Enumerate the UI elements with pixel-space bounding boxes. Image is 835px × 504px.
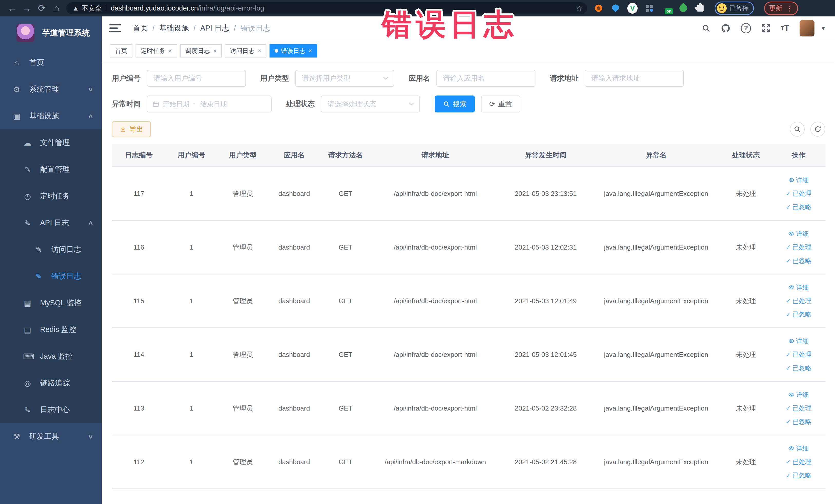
action-detail-link[interactable]: 详细	[774, 173, 823, 187]
user-id-input[interactable]	[147, 70, 246, 87]
action-processed-link[interactable]: ✓已处理	[774, 401, 823, 415]
action-ignore-link[interactable]: ✓已忽略	[774, 200, 823, 214]
bookmark-star-icon[interactable]: ☆	[576, 4, 583, 13]
check-icon: ✓	[786, 365, 791, 371]
user-type-select[interactable]: 请选择用户类型	[295, 70, 394, 87]
col-exception-name: 异常名	[592, 144, 720, 167]
github-icon[interactable]	[721, 23, 731, 33]
action-ignore-link[interactable]: ✓已忽略	[774, 468, 823, 482]
cell-app-name: dashboard	[268, 328, 320, 382]
action-ignore-link[interactable]: ✓已忽略	[774, 308, 823, 321]
browser-update-button[interactable]: 更新 ⋮	[764, 2, 798, 15]
tag-label: 访问日志	[230, 47, 254, 55]
cell-log-id: 113	[112, 382, 166, 435]
tag-访问日志[interactable]: 访问日志×	[225, 44, 266, 58]
col-actions: 操作	[772, 144, 826, 167]
extension-on-badge: on	[665, 8, 673, 14]
check-icon: ✓	[786, 418, 791, 425]
user-avatar[interactable]	[799, 20, 814, 37]
refresh-table-button[interactable]	[810, 122, 825, 137]
sidebar-item-基础设施[interactable]: ▣基础设施∧	[0, 103, 102, 129]
action-processed-link[interactable]: ✓已处理	[774, 348, 823, 361]
cell-process-status: 未处理	[720, 382, 772, 435]
toggle-search-button[interactable]	[790, 122, 805, 137]
export-button[interactable]: 导出	[112, 121, 151, 137]
request-url-input[interactable]	[585, 70, 684, 87]
browser-menu-kebab-icon[interactable]: ⋮	[786, 4, 793, 13]
action-detail-link[interactable]: 详细	[774, 281, 823, 294]
action-processed-link[interactable]: ✓已处理	[774, 240, 823, 254]
sidebar-item-配置管理[interactable]: ✎配置管理	[0, 156, 102, 183]
header-search-icon[interactable]	[702, 24, 711, 33]
extension-leaf-icon[interactable]	[678, 3, 688, 13]
extension-shield-icon[interactable]	[610, 3, 621, 13]
table-row: 1161管理员dashboardGET/api/infra/db-doc/exp…	[112, 221, 826, 274]
hamburger-icon[interactable]	[109, 23, 121, 33]
sidebar-item-日志中心[interactable]: ✎日志中心	[0, 397, 102, 423]
tag-close-icon[interactable]: ×	[258, 47, 261, 55]
reset-button[interactable]: ⟳ 重置	[481, 96, 520, 113]
avatar-caret-down-icon[interactable]: ▼	[820, 25, 826, 32]
browser-home-icon[interactable]: ⌂	[49, 2, 64, 14]
sidebar-item-label: 文件管理	[40, 138, 70, 148]
sidebar-item-文件管理[interactable]: ☁文件管理	[0, 129, 102, 156]
cell-process-status: 未处理	[720, 435, 772, 489]
action-detail-link[interactable]: 详细	[774, 334, 823, 348]
sidebar-item-Java 监控[interactable]: ⌨Java 监控	[0, 343, 102, 370]
extension-grid-icon[interactable]	[644, 3, 655, 13]
action-processed-link[interactable]: ✓已处理	[774, 187, 823, 200]
action-processed-link[interactable]: ✓已处理	[774, 455, 823, 468]
tag-错误日志[interactable]: 错误日志×	[269, 44, 317, 58]
extensions-puzzle-icon[interactable]	[695, 3, 705, 13]
cell-exception-time: 2021-05-03 12:01:49	[500, 274, 592, 328]
browser-profile-chip[interactable]: 已暂停	[715, 2, 754, 15]
action-detail-link[interactable]: 详细	[774, 227, 823, 240]
sidebar-item-首页[interactable]: ⌂首页	[0, 49, 102, 76]
sidebar-item-定时任务[interactable]: ◷定时任务	[0, 183, 102, 209]
tag-close-icon[interactable]: ×	[308, 47, 312, 55]
extension-orange-icon[interactable]	[593, 3, 604, 13]
sidebar-item-系统管理[interactable]: ⚙系统管理∨	[0, 76, 102, 103]
action-processed-link[interactable]: ✓已处理	[774, 294, 823, 308]
cell-log-id: 114	[112, 328, 166, 382]
url-domain: dashboard.yudao.iocoder.cn	[111, 4, 198, 12]
browser-forward-icon[interactable]: →	[20, 2, 34, 14]
font-size-icon[interactable]: TT	[781, 23, 789, 33]
action-ignore-link[interactable]: ✓已忽略	[774, 254, 823, 267]
cell-log-id: 117	[112, 167, 166, 221]
sidebar-item-链路追踪[interactable]: ◎链路追踪	[0, 370, 102, 397]
cell-user-id: 1	[166, 328, 217, 382]
extension-switch-icon[interactable]: on	[661, 3, 672, 13]
action-ignore-link[interactable]: ✓已忽略	[774, 415, 823, 428]
help-question-icon[interactable]: ?	[741, 23, 751, 33]
sidebar-item-API 日志[interactable]: ✎API 日志∧	[0, 209, 102, 236]
breadcrumb-home[interactable]: 首页	[133, 23, 148, 33]
exception-time-range-picker[interactable]: 开始日期 ~ 结束日期	[147, 96, 271, 113]
sidebar-item-Redis 监控[interactable]: ▤Redis 监控	[0, 316, 102, 343]
tag-定时任务[interactable]: 定时任务×	[136, 44, 177, 58]
cell-exception-name: java.lang.IllegalArgumentException	[592, 328, 720, 382]
action-ignore-link[interactable]: ✓已忽略	[774, 361, 823, 375]
search-button[interactable]: 搜索	[435, 96, 475, 113]
tag-首页[interactable]: 首页	[110, 44, 133, 58]
sidebar-item-访问日志[interactable]: ✎访问日志	[0, 236, 102, 263]
browser-back-icon[interactable]: ←	[5, 2, 20, 14]
browser-reload-icon[interactable]: ⟳	[34, 2, 49, 14]
sidebar-logo-row[interactable]: 芋道管理系统	[0, 16, 102, 49]
process-status-select[interactable]: 请选择处理状态	[321, 96, 420, 113]
sidebar-item-MySQL 监控[interactable]: ▦MySQL 监控	[0, 289, 102, 316]
tag-close-icon[interactable]: ×	[168, 47, 172, 55]
fullscreen-icon[interactable]	[761, 24, 771, 33]
address-bar[interactable]: ▲ 不安全 dashboard.yudao.iocoder.cn /infra/…	[66, 2, 587, 14]
cell-actions: 详细✓已处理✓已忽略	[772, 435, 826, 489]
cell-request-method: GET	[320, 167, 371, 221]
sidebar-item-研发工具[interactable]: ⚒研发工具∨	[0, 423, 102, 450]
extension-vue-devtools-icon[interactable]: V	[627, 3, 638, 13]
sidebar-item-错误日志[interactable]: ✎错误日志	[0, 263, 102, 289]
app-name-input[interactable]	[436, 70, 535, 87]
dev-tools-icon: ⚒	[12, 432, 21, 441]
tag-调度日志[interactable]: 调度日志×	[180, 44, 222, 58]
action-detail-link[interactable]: 详细	[774, 388, 823, 401]
tag-close-icon[interactable]: ×	[213, 47, 217, 55]
action-detail-link[interactable]: 详细	[774, 442, 823, 455]
